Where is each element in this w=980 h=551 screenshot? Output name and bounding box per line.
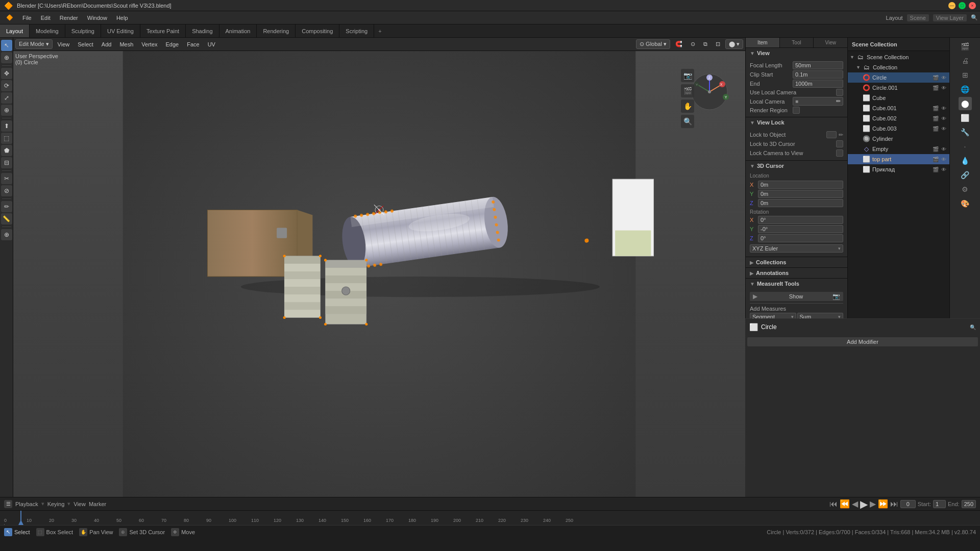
xyz-euler-dropdown[interactable]: XYZ Euler ▾	[750, 244, 843, 253]
overlay-toggle[interactable]: ⧉	[700, 40, 710, 48]
viewport-canvas[interactable]: User Perspective (0) Circle	[13, 51, 745, 497]
top-part-vis-icon[interactable]: 👁	[940, 156, 947, 163]
cursor-ry-value[interactable]: -0°	[758, 225, 843, 233]
playback-menu[interactable]: Playback	[15, 501, 38, 507]
transform-selector[interactable]: ⊙ Global ▾	[636, 39, 670, 49]
prev-frame-btn[interactable]: ⏪	[840, 499, 850, 509]
maximize-button[interactable]: □	[959, 2, 966, 9]
marker-menu[interactable]: Marker	[89, 501, 106, 507]
next-keyframe-btn[interactable]: ▶	[870, 499, 876, 509]
view-lock-header[interactable]: ▼ View Lock	[746, 117, 847, 128]
cube001-render-icon[interactable]: 🎬	[932, 105, 939, 112]
navigation-gizmo[interactable]: X Y Z Y	[689, 71, 730, 112]
camera-view-btn[interactable]: 📷	[681, 69, 694, 82]
circle001-vis-icon[interactable]: 👁	[940, 84, 947, 91]
outliner-collection[interactable]: ▼ 🗂 Collection	[848, 62, 949, 72]
outliner-cube003[interactable]: ⬜ Cube.003 🎬 👁	[848, 123, 949, 134]
annotations-header[interactable]: ▶ Annotations	[746, 268, 847, 278]
prev-keyframe-btn[interactable]: ◀	[852, 499, 858, 509]
viewport[interactable]: Edit Mode ▾ View Select Add Mesh Vertex …	[13, 38, 745, 497]
tab-sculpting[interactable]: Sculpting	[65, 24, 101, 37]
next-frame-btn[interactable]: ⏩	[878, 499, 888, 509]
play-btn[interactable]: ▶	[860, 498, 868, 510]
scale-tool[interactable]: ⤢	[1, 92, 12, 104]
tab-shading[interactable]: Shading	[186, 24, 219, 37]
constraints-props-icon[interactable]: 🔗	[959, 168, 972, 182]
use-local-camera-checkbox[interactable]	[836, 89, 843, 96]
circle-render-icon[interactable]: 🎬	[932, 74, 939, 81]
outliner-circle[interactable]: ⭕ Circle 🎬 👁	[848, 72, 949, 83]
view-layer-props-icon[interactable]: ⊞	[959, 68, 972, 82]
render-view-btn[interactable]: 🎬	[681, 84, 694, 97]
outliner-cube002[interactable]: ⬜ Cube.002 🎬 👁	[848, 113, 949, 123]
extrude-tool[interactable]: ⬆	[1, 120, 12, 132]
end-value[interactable]: 1000m	[793, 80, 843, 88]
data-props-icon[interactable]: ⚙	[959, 183, 972, 196]
cube001-vis-icon[interactable]: 👁	[940, 105, 947, 112]
tab-item[interactable]: Item	[746, 38, 780, 47]
vertex-menu[interactable]: Vertex	[138, 40, 160, 48]
end-frame-field[interactable]: 250	[962, 500, 976, 508]
outliner-scene-collection[interactable]: ▼ 🗂 Scene Collection	[848, 52, 949, 62]
modifiers-props-icon[interactable]: 🔧	[959, 126, 972, 139]
cursor-y-value[interactable]: 0m	[758, 190, 843, 198]
face-menu[interactable]: Face	[184, 40, 202, 48]
rotate-tool[interactable]: ⟳	[1, 80, 12, 91]
add-menu[interactable]: Add	[99, 40, 115, 48]
select-menu[interactable]: Select	[75, 40, 96, 48]
lock-to-object-value[interactable]	[826, 131, 837, 138]
snap-toggle[interactable]: 🧲	[672, 40, 685, 48]
go-start-btn[interactable]: ⏮	[829, 499, 838, 509]
tab-modeling[interactable]: Modeling	[30, 24, 65, 37]
cursor-tool[interactable]: ⊕	[1, 52, 12, 63]
focal-length-value[interactable]: 50mm	[793, 61, 843, 69]
measureit-header[interactable]: ▼ MeasureIt Tools	[746, 279, 847, 289]
timeline-ruler-area[interactable]: 0 10 20 30 40 50 60	[0, 511, 980, 525]
start-frame-field[interactable]: 1	[933, 500, 946, 508]
cube002-vis-icon[interactable]: 👁	[940, 115, 947, 122]
mode-selector[interactable]: Edit Mode ▾	[15, 39, 53, 49]
uv-menu[interactable]: UV	[205, 40, 218, 48]
tab-tool[interactable]: Tool	[780, 38, 814, 47]
collections-header[interactable]: ▶ Collections	[746, 257, 847, 267]
current-frame-field[interactable]: 0	[900, 500, 916, 508]
cursor-3d-header[interactable]: ▼ 3D Cursor	[746, 161, 847, 171]
tab-layout[interactable]: Layout	[0, 24, 30, 37]
measure-tool[interactable]: 📏	[1, 213, 12, 224]
menu-file[interactable]: File	[18, 14, 36, 22]
outliner-cube001[interactable]: ⬜ Cube.001 🎬 👁	[848, 103, 949, 113]
local-camera-value[interactable]: ■ ✏	[793, 97, 843, 106]
particles-props-icon[interactable]: ·	[959, 140, 972, 153]
pryklad-render-icon[interactable]: 🎬	[932, 166, 939, 173]
outliner-top-part[interactable]: ⬜ top part 🎬 👁	[848, 154, 949, 164]
top-part-render-icon[interactable]: 🎬	[932, 156, 939, 163]
menu-blender[interactable]: 🔶	[2, 13, 17, 22]
cube003-vis-icon[interactable]: 👁	[940, 125, 947, 132]
xray-toggle[interactable]: ⊡	[713, 40, 723, 48]
menu-render[interactable]: Render	[56, 14, 82, 22]
move-tool[interactable]: ✥	[1, 68, 12, 79]
lock-camera-checkbox[interactable]	[836, 149, 843, 157]
world-props-icon[interactable]: ⬤	[959, 97, 972, 110]
object-props-icon[interactable]: ⬜	[959, 111, 972, 124]
proportional-edit[interactable]: ⊙	[688, 40, 698, 48]
tab-rendering[interactable]: Rendering	[257, 24, 296, 37]
circle001-render-icon[interactable]: 🎬	[932, 84, 939, 91]
tab-compositing[interactable]: Compositing	[296, 24, 339, 37]
pryklad-vis-icon[interactable]: 👁	[940, 166, 947, 173]
segment-dropdown[interactable]: Segment ▾	[750, 313, 796, 318]
bevel-tool[interactable]: ⬟	[1, 145, 12, 156]
zoom-btn[interactable]: 🔍	[681, 115, 694, 128]
circle-vis-icon[interactable]: 👁	[940, 74, 947, 81]
tab-scripting[interactable]: Scripting	[339, 24, 374, 37]
material-props-icon[interactable]: 🎨	[959, 197, 972, 210]
go-end-btn[interactable]: ⏭	[890, 499, 898, 509]
outliner-empty[interactable]: ◇ Empty 🎬 👁	[848, 144, 949, 154]
inset-tool[interactable]: ⬚	[1, 133, 12, 144]
tab-uv-editing[interactable]: UV Editing	[101, 24, 140, 37]
knife-tool[interactable]: ✂	[1, 173, 12, 184]
view-menu[interactable]: View	[55, 40, 73, 48]
close-button[interactable]: ×	[969, 2, 976, 9]
outliner-pryklad[interactable]: ⬜ Приклад 🎬 👁	[848, 164, 949, 174]
tab-texture-paint[interactable]: Texture Paint	[140, 24, 186, 37]
